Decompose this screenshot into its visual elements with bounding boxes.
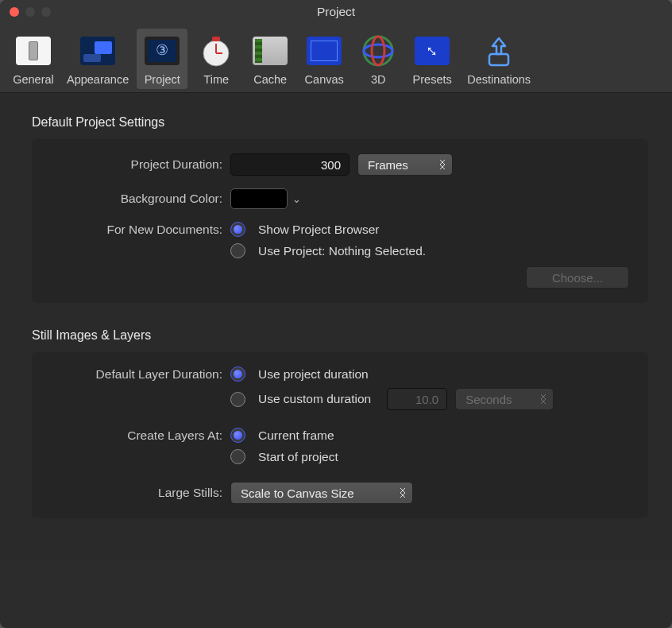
destinations-icon xyxy=(478,30,519,72)
radio-label: Show Project Browser xyxy=(258,223,379,237)
section-default-project: Project Duration: Frames Background Colo… xyxy=(32,139,648,303)
canvas-icon xyxy=(307,37,342,65)
radio-current-frame[interactable] xyxy=(230,428,245,443)
toolbar-label: Presets xyxy=(413,73,452,86)
project-duration-field[interactable] xyxy=(230,153,350,176)
toolbar-label: Time xyxy=(203,73,229,86)
toolbar-label: Cache xyxy=(253,73,287,86)
preferences-window: Project General Appearance Project xyxy=(0,0,672,628)
toolbar-label: Appearance xyxy=(67,73,129,86)
toolbar-label: 3D xyxy=(371,73,386,86)
toolbar-label: Project xyxy=(145,73,180,86)
radio-label: Use Project: Nothing Selected. xyxy=(258,244,426,258)
select-value: Frames xyxy=(368,158,408,172)
window-title: Project xyxy=(0,5,672,19)
select-value: Seconds xyxy=(465,393,512,406)
toolbar-item-general[interactable]: General xyxy=(8,29,59,89)
large-stills-label: Large Stills: xyxy=(35,486,230,500)
toolbar-label: Destinations xyxy=(467,73,531,86)
custom-duration-field[interactable] xyxy=(387,388,447,410)
toolbar-item-appearance[interactable]: Appearance xyxy=(62,29,133,89)
background-color-label: Background Color: xyxy=(35,192,230,206)
radio-label: Use custom duration xyxy=(258,392,371,406)
chevron-down-icon[interactable]: ⌄ xyxy=(292,193,301,205)
choose-project-button[interactable]: Choose... xyxy=(526,266,629,289)
radio-use-project[interactable] xyxy=(230,243,245,258)
3d-icon xyxy=(357,30,399,72)
select-value: Scale to Canvas Size xyxy=(241,487,354,500)
project-duration-unit-select[interactable]: Frames xyxy=(357,153,453,176)
section-title-stills: Still Images & Layers xyxy=(32,328,648,343)
for-new-documents-label: For New Documents: xyxy=(35,223,230,237)
presets-icon xyxy=(415,37,450,65)
toolbar-item-project[interactable]: Project xyxy=(137,29,187,89)
section-title-default-project: Default Project Settings xyxy=(32,115,648,130)
titlebar: Project xyxy=(0,0,672,24)
preferences-toolbar: General Appearance Project Time Cache xyxy=(0,24,672,93)
toolbar-item-3d[interactable]: 3D xyxy=(353,29,404,89)
radio-start-of-project[interactable] xyxy=(230,449,245,464)
toolbar-item-presets[interactable]: Presets xyxy=(407,29,458,89)
content-area: Default Project Settings Project Duratio… xyxy=(0,93,672,560)
toolbar-label: General xyxy=(13,73,54,86)
general-icon xyxy=(16,37,51,65)
button-label: Choose... xyxy=(552,271,603,285)
section-stills: Default Layer Duration: Use project dura… xyxy=(32,352,648,518)
large-stills-select[interactable]: Scale to Canvas Size xyxy=(230,482,413,504)
radio-label: Use project duration xyxy=(258,367,369,382)
toolbar-label: Canvas xyxy=(305,73,344,86)
appearance-icon xyxy=(80,37,115,65)
svg-rect-7 xyxy=(489,54,508,65)
svg-point-6 xyxy=(372,37,384,65)
create-layers-at-label: Create Layers At: xyxy=(35,428,230,443)
radio-use-custom-duration[interactable] xyxy=(230,392,245,407)
project-duration-label: Project Duration: xyxy=(35,157,230,172)
toolbar-item-canvas[interactable]: Canvas xyxy=(299,29,350,89)
time-icon xyxy=(195,30,237,72)
radio-use-project-duration[interactable] xyxy=(230,366,245,382)
cache-icon xyxy=(253,37,288,65)
svg-rect-1 xyxy=(212,37,220,41)
svg-point-5 xyxy=(364,45,392,57)
toolbar-item-time[interactable]: Time xyxy=(191,29,241,89)
toolbar-item-cache[interactable]: Cache xyxy=(245,29,295,89)
svg-point-4 xyxy=(364,37,392,65)
background-color-swatch[interactable] xyxy=(230,188,288,209)
toolbar-item-destinations[interactable]: Destinations xyxy=(461,29,537,89)
radio-show-project-browser[interactable] xyxy=(230,222,245,237)
custom-duration-unit-select[interactable]: Seconds xyxy=(455,388,554,410)
default-layer-duration-label: Default Layer Duration: xyxy=(35,367,230,382)
radio-label: Current frame xyxy=(258,428,334,443)
radio-label: Start of project xyxy=(258,450,338,464)
project-icon xyxy=(145,37,180,65)
